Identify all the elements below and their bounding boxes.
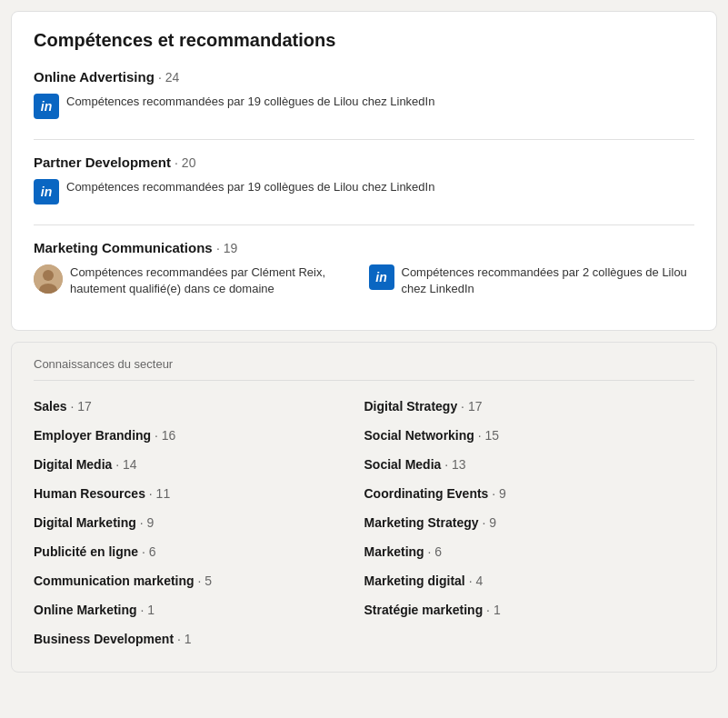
skill-name: Partner Development · 20 xyxy=(34,155,694,170)
sector-item: Digital Media · 14 xyxy=(34,450,364,479)
sector-item: Digital Marketing · 9 xyxy=(34,508,364,537)
linkedin-icon: in xyxy=(369,264,394,290)
sector-title: Connaissances du secteur xyxy=(34,357,694,381)
sector-item: Communication marketing · 5 xyxy=(34,566,364,595)
sector-item: Coordinating Events · 9 xyxy=(364,479,695,508)
avatar xyxy=(34,264,63,294)
sector-item: Social Networking · 15 xyxy=(364,421,695,450)
endorsement-text: Compétences recommandées par 19 collègue… xyxy=(66,94,434,110)
skill-section-online-advertising: Online Advertising · 24 in Compétences r… xyxy=(34,69,694,140)
endorsement-row: in Compétences recommandées par 19 collè… xyxy=(34,179,694,204)
linkedin-icon: in xyxy=(34,94,59,119)
endorsement-item: in Compétences recommandées par 2 collèg… xyxy=(369,264,695,297)
endorsement-item: Compétences recommandées par Clément Rei… xyxy=(34,264,360,297)
sector-left-column: Sales · 17 Employer Branding · 16 Digita… xyxy=(34,392,364,653)
sector-item: Business Development · 1 xyxy=(34,624,364,653)
skills-card: Compétences et recommandations Online Ad… xyxy=(11,11,717,331)
svg-point-1 xyxy=(43,270,54,281)
sector-item: Employer Branding · 16 xyxy=(34,421,364,450)
sector-item: Social Media · 13 xyxy=(364,450,695,479)
sector-item: Human Resources · 11 xyxy=(34,479,364,508)
sector-item: Marketing digital · 4 xyxy=(364,566,695,595)
endorsement-text: Compétences recommandées par 2 collègues… xyxy=(402,264,695,297)
card-title: Compétences et recommandations xyxy=(34,30,694,51)
skill-name: Marketing Communications · 19 xyxy=(34,240,694,255)
sector-item: Marketing · 6 xyxy=(364,537,695,566)
skill-name: Online Advertising · 24 xyxy=(34,69,694,85)
sector-item: Publicité en ligne · 6 xyxy=(34,537,364,566)
endorsement-text: Compétences recommandées par 19 collègue… xyxy=(66,179,434,195)
endorsement-grid: Compétences recommandées par Clément Rei… xyxy=(34,264,694,297)
sector-right-column: Digital Strategy · 17 Social Networking … xyxy=(364,392,695,653)
endorsement-row: in Compétences recommandées par 19 collè… xyxy=(34,94,694,119)
skill-section-partner-development: Partner Development · 20 in Compétences … xyxy=(34,155,694,225)
skill-section-marketing-communications: Marketing Communications · 19 Compétence… xyxy=(34,240,694,312)
sector-item: Digital Strategy · 17 xyxy=(364,392,695,421)
sector-card: Connaissances du secteur Sales · 17 Empl… xyxy=(11,342,717,673)
linkedin-icon: in xyxy=(34,179,59,204)
endorsement-text: Compétences recommandées par Clément Rei… xyxy=(70,264,360,297)
sector-item: Stratégie marketing · 1 xyxy=(364,595,695,624)
sector-item: Online Marketing · 1 xyxy=(34,595,364,624)
sector-grid: Sales · 17 Employer Branding · 16 Digita… xyxy=(34,392,694,653)
sector-item: Sales · 17 xyxy=(34,392,364,421)
sector-item: Marketing Strategy · 9 xyxy=(364,508,695,537)
